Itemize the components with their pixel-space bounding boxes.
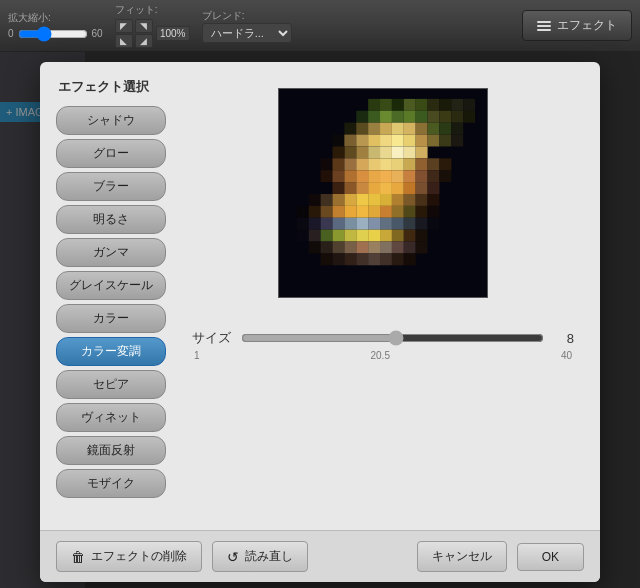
- svg-rect-98: [368, 206, 380, 218]
- svg-rect-60: [439, 158, 451, 170]
- svg-rect-26: [404, 123, 416, 135]
- effect-mirror[interactable]: 鏡面反射: [56, 436, 166, 465]
- svg-rect-73: [344, 182, 356, 194]
- svg-rect-130: [344, 242, 356, 254]
- delete-effect-button[interactable]: 🗑 エフェクトの削除: [56, 541, 202, 572]
- modal-dialog: エフェクト選択 シャドウ グロー ブラー 明るさ ガンマ グレイスケール カラー…: [40, 62, 600, 582]
- svg-rect-16: [416, 111, 428, 123]
- svg-rect-95: [332, 206, 344, 218]
- svg-rect-135: [404, 242, 416, 254]
- toolbar: 拡大縮小: 0 60 フィット: ◤ ◥ ◣ ◢ 100%: [0, 0, 640, 52]
- svg-rect-57: [404, 158, 416, 170]
- cancel-label: キャンセル: [432, 548, 492, 565]
- svg-rect-9: [451, 99, 463, 111]
- svg-rect-21: [344, 123, 356, 135]
- svg-rect-117: [309, 230, 321, 242]
- svg-rect-53: [356, 158, 368, 170]
- modal-overlay: エフェクト選択 シャドウ グロー ブラー 明るさ ガンマ グレイスケール カラー…: [0, 52, 640, 588]
- effect-gamma[interactable]: ガンマ: [56, 238, 166, 267]
- trash-icon: 🗑: [71, 549, 85, 565]
- effect-brightness[interactable]: 明るさ: [56, 205, 166, 234]
- svg-rect-56: [392, 158, 404, 170]
- svg-rect-129: [332, 242, 344, 254]
- svg-rect-80: [428, 182, 440, 194]
- svg-rect-116: [297, 230, 309, 242]
- svg-rect-31: [332, 135, 344, 147]
- svg-rect-74: [356, 182, 368, 194]
- svg-rect-107: [332, 218, 344, 230]
- svg-rect-15: [404, 111, 416, 123]
- svg-rect-132: [368, 242, 380, 254]
- svg-rect-97: [356, 206, 368, 218]
- svg-rect-77: [392, 182, 404, 194]
- size-slider[interactable]: [241, 330, 544, 346]
- svg-rect-84: [344, 194, 356, 206]
- svg-rect-99: [380, 206, 392, 218]
- cancel-button[interactable]: キャンセル: [417, 541, 507, 572]
- svg-rect-78: [404, 182, 416, 194]
- effect-color[interactable]: カラー: [56, 304, 166, 333]
- svg-rect-104: [297, 218, 309, 230]
- svg-rect-3: [380, 99, 392, 111]
- zoom-max: 60: [92, 28, 103, 39]
- main-area: + IMAGE ✎ エフェクト選択 シャドウ グロー ブラー 明るさ ガンマ: [0, 52, 640, 588]
- svg-rect-70: [428, 170, 440, 182]
- effect-blur[interactable]: ブラー: [56, 172, 166, 201]
- effect-grayscale[interactable]: グレイスケール: [56, 271, 166, 300]
- svg-rect-5: [404, 99, 416, 111]
- fit-icon-br[interactable]: ◢: [135, 34, 153, 48]
- svg-rect-66: [380, 170, 392, 182]
- svg-rect-19: [451, 111, 463, 123]
- svg-rect-4: [392, 99, 404, 111]
- svg-rect-79: [416, 182, 428, 194]
- effect-shadow[interactable]: シャドウ: [56, 106, 166, 135]
- svg-rect-11: [356, 111, 368, 123]
- svg-rect-14: [392, 111, 404, 123]
- svg-rect-32: [344, 135, 356, 147]
- ok-button[interactable]: OK: [517, 543, 584, 571]
- effect-vignette[interactable]: ヴィネット: [56, 403, 166, 432]
- zoom-group: 拡大縮小: 0 60: [8, 11, 103, 41]
- svg-rect-47: [356, 146, 368, 158]
- svg-rect-76: [380, 182, 392, 194]
- svg-rect-44: [392, 146, 404, 158]
- svg-rect-75: [368, 182, 380, 194]
- svg-rect-2: [368, 99, 380, 111]
- modal-body: エフェクト選択 シャドウ グロー ブラー 明るさ ガンマ グレイスケール カラー…: [40, 62, 600, 530]
- svg-rect-128: [321, 242, 333, 254]
- zoom-slider[interactable]: [18, 27, 88, 41]
- effect-button-label: エフェクト: [557, 17, 617, 34]
- svg-rect-49: [332, 146, 344, 158]
- svg-rect-51: [332, 158, 344, 170]
- svg-rect-119: [332, 230, 344, 242]
- svg-rect-42: [368, 146, 380, 158]
- svg-rect-41: [451, 135, 463, 147]
- svg-rect-121: [356, 230, 368, 242]
- effect-icon: [537, 21, 551, 31]
- effect-mosaic[interactable]: モザイク: [56, 469, 166, 498]
- svg-rect-27: [416, 123, 428, 135]
- svg-rect-120: [344, 230, 356, 242]
- fit-percent: 100%: [156, 26, 190, 41]
- svg-rect-140: [356, 253, 368, 265]
- fit-icon-bl[interactable]: ◣: [115, 34, 133, 48]
- blend-select[interactable]: ハードラ...: [202, 23, 292, 43]
- fit-icon-tl[interactable]: ◤: [115, 19, 133, 33]
- fit-icon-tr[interactable]: ◥: [135, 19, 153, 33]
- effect-color-transform[interactable]: カラー変調: [56, 337, 166, 366]
- svg-rect-64: [356, 170, 368, 182]
- svg-rect-115: [428, 218, 440, 230]
- effect-button[interactable]: エフェクト: [522, 10, 632, 41]
- svg-rect-118: [321, 230, 333, 242]
- svg-rect-48: [344, 146, 356, 158]
- reload-button[interactable]: ↺ 読み直し: [212, 541, 308, 572]
- svg-rect-38: [416, 135, 428, 147]
- svg-rect-86: [368, 194, 380, 206]
- svg-rect-28: [428, 123, 440, 135]
- effect-glow[interactable]: グロー: [56, 139, 166, 168]
- svg-rect-37: [404, 135, 416, 147]
- effect-list: シャドウ グロー ブラー 明るさ ガンマ グレイスケール カラー カラー変調 セ…: [56, 106, 166, 498]
- svg-rect-10: [463, 99, 475, 111]
- slider-label: サイズ: [192, 329, 231, 347]
- effect-sepia[interactable]: セピア: [56, 370, 166, 399]
